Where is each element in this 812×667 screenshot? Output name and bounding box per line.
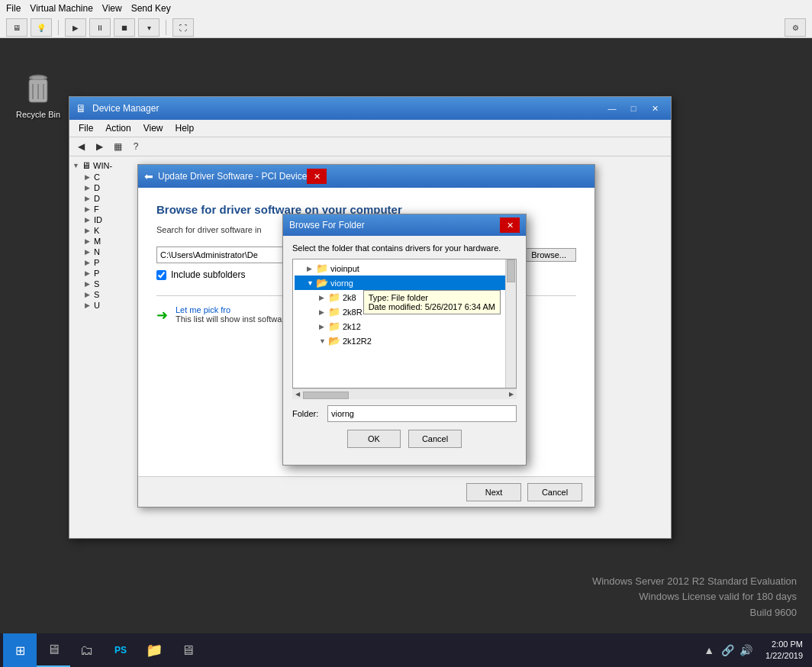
taskbar-item-explorer[interactable]: 🗂 <box>70 633 104 667</box>
folder-scrollbar[interactable] <box>505 259 516 388</box>
expand-vioinput: ▶ <box>307 265 316 272</box>
dm-menu-help[interactable]: Help <box>169 121 201 135</box>
dm-forward-btn[interactable]: ▶ <box>91 139 108 154</box>
watermark-line1: Windows Server 2012 R2 Standard Evaluati… <box>592 574 797 590</box>
update-driver-dialog-icon: ⬅ <box>144 170 153 182</box>
folder-icon-viorng: 📂 <box>316 277 328 288</box>
expand-k: ▶ <box>85 227 94 234</box>
taskbar-item-vm[interactable]: 🖥 <box>171 633 205 667</box>
browse-folder-titlebar: Browse For Folder ✕ <box>283 214 526 236</box>
expand-2k12r2: ▼ <box>319 337 328 345</box>
vm-fullscreen-btn[interactable]: ⛶ <box>172 18 194 37</box>
include-subfolders-checkbox[interactable] <box>156 270 166 280</box>
h-scrollbar[interactable]: ◀ ▶ <box>292 388 517 399</box>
vm-monitor-icon[interactable]: 🖥 <box>6 18 27 37</box>
folder-label-vioinput: vioinput <box>330 264 359 273</box>
expand-p1: ▶ <box>85 259 94 266</box>
vm-pause-btn[interactable]: ⏸ <box>89 18 111 37</box>
expand-p2: ▶ <box>85 269 94 277</box>
recycle-bin-icon[interactable]: Recycle Bin <box>8 69 69 122</box>
h-scroll-track <box>303 391 506 398</box>
browse-folder-title: Browse For Folder <box>289 220 500 230</box>
toolbar-sep-1 <box>58 20 59 35</box>
pick-arrow-icon: ➜ <box>156 307 168 324</box>
vm-settings-btn[interactable]: ⚙ <box>785 18 806 37</box>
folder-viorng[interactable]: ▼ 📂 viorng <box>295 276 514 290</box>
browse-folder-subtitle: Select the folder that contains drivers … <box>292 243 517 253</box>
h-scroll-right[interactable]: ▶ <box>506 389 517 400</box>
browse-folder-cancel-btn[interactable]: Cancel <box>408 430 462 448</box>
browse-folder-close[interactable]: ✕ <box>500 218 520 233</box>
folder-label-2k8: 2k8 <box>343 293 356 302</box>
dm-overview-btn[interactable]: ▦ <box>109 139 126 154</box>
browse-folder-ok-btn[interactable]: OK <box>347 430 401 448</box>
folder-tree: ▶ 📁 vioinput ▼ 📂 viorng ▶ 📁 2k8 <box>293 259 516 350</box>
taskbar-powershell-icon: PS <box>114 645 127 656</box>
browse-button[interactable]: Browse... <box>521 248 576 262</box>
folder-icon-2k8r: 📁 <box>328 306 340 317</box>
taskbar-item-desktop[interactable]: 🖥 <box>37 633 70 667</box>
device-manager-minimize[interactable]: — <box>602 101 622 116</box>
systray-arrow[interactable]: ▲ <box>701 643 717 658</box>
next-button[interactable]: Next <box>466 483 521 501</box>
folder-vioinput[interactable]: ▶ 📁 vioinput <box>295 261 514 276</box>
tooltip-type: Type: File folder <box>369 293 495 302</box>
menu-view[interactable]: View <box>102 3 122 14</box>
update-driver-title: Update Driver Software - PCI Device <box>158 171 307 182</box>
folder-label-2k12r2: 2k12R2 <box>343 337 372 346</box>
desktop: File Virtual Machine View Send Key 🖥 💡 ▶… <box>0 0 812 667</box>
cancel-button[interactable]: Cancel <box>527 483 582 501</box>
taskbar-item-folder[interactable]: 📁 <box>137 633 171 667</box>
folder-icon-2k8: 📁 <box>328 292 340 303</box>
taskbar-folder-icon: 📁 <box>146 642 163 659</box>
dm-menu-action[interactable]: Action <box>99 121 137 135</box>
update-driver-close[interactable]: ✕ <box>307 169 327 184</box>
expand-2k8r: ▶ <box>319 308 328 316</box>
recycle-bin-image <box>20 72 56 108</box>
folder-icon-vioinput: 📁 <box>316 263 328 274</box>
start-button[interactable]: ⊞ <box>3 633 37 667</box>
dm-menu-file[interactable]: File <box>72 121 99 135</box>
folder-name-input[interactable] <box>327 405 517 422</box>
menu-send-key[interactable]: Send Key <box>131 3 171 14</box>
vm-bulb-icon[interactable]: 💡 <box>31 18 52 37</box>
device-manager-close[interactable]: ✕ <box>645 101 665 116</box>
vm-stop-btn[interactable]: ⏹ <box>114 18 135 37</box>
browse-folder-footer: OK Cancel <box>292 425 517 454</box>
computer-icon: 🖥 <box>82 160 91 171</box>
watermark-line3: Build 9600 <box>592 605 797 621</box>
dm-menu-view[interactable]: View <box>137 121 169 135</box>
include-subfolders-label: Include subfolders <box>171 269 245 280</box>
vmware-menubar: File Virtual Machine View Send Key <box>0 0 812 17</box>
taskbar-clock[interactable]: 2:00 PM 1/22/2019 <box>759 639 809 662</box>
folder-icon-2k12r2: 📂 <box>328 335 340 346</box>
browse-folder-content: Select the folder that contains drivers … <box>283 236 526 460</box>
vm-dropdown-btn[interactable]: ▾ <box>138 18 160 37</box>
device-manager-maximize[interactable]: □ <box>624 101 643 116</box>
dm-unknown-btn[interactable]: ? <box>127 139 144 154</box>
recycle-bin-label: Recycle Bin <box>16 110 60 119</box>
taskbar-vm-icon: 🖥 <box>181 643 195 659</box>
expand-2k8: ▶ <box>319 294 328 301</box>
taskbar-desktop-icon: 🖥 <box>47 642 60 658</box>
expand-m: ▶ <box>85 237 94 245</box>
vm-play-btn[interactable]: ▶ <box>65 18 86 37</box>
menu-file[interactable]: File <box>6 3 21 14</box>
scrollbar-thumb <box>507 259 515 282</box>
h-scroll-thumb <box>303 392 349 399</box>
menu-virtual-machine[interactable]: Virtual Machine <box>30 3 93 14</box>
h-scroll-left[interactable]: ◀ <box>292 389 303 400</box>
clock-time: 2:00 PM <box>765 639 803 650</box>
systray: ▲ 🔗 🔊 <box>695 643 759 658</box>
expand-c: ▶ <box>85 173 94 181</box>
dm-back-btn[interactable]: ◀ <box>72 139 89 154</box>
folder-2k12r2[interactable]: ▼ 📂 2k12R2 <box>295 334 514 348</box>
svg-rect-5 <box>32 76 44 79</box>
expand-d1: ▶ <box>85 184 94 192</box>
systray-network-icon[interactable]: 🔗 <box>720 643 735 658</box>
folder-2k12[interactable]: ▶ 📁 2k12 <box>295 319 514 334</box>
taskbar-item-powershell[interactable]: PS <box>104 633 137 667</box>
expand-d2: ▶ <box>85 195 94 202</box>
expand-s2: ▶ <box>85 291 94 298</box>
systray-speaker-icon[interactable]: 🔊 <box>738 643 753 658</box>
